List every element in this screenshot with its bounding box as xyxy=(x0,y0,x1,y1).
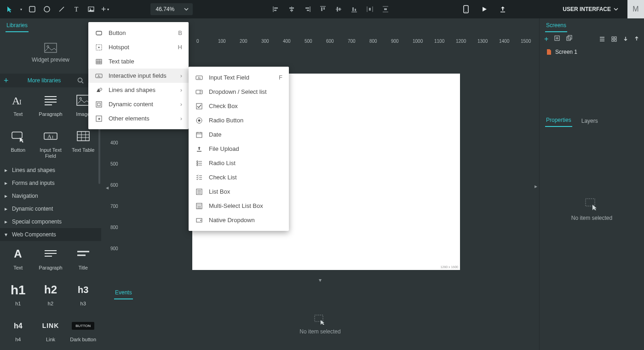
library-category[interactable]: ▸Forms and inputs xyxy=(0,177,101,189)
widget-button[interactable]: Button xyxy=(3,126,34,161)
svg-rect-29 xyxy=(384,8,387,10)
library-category[interactable]: ▸Special components xyxy=(0,215,101,228)
submenu-item[interactable]: Radio Button xyxy=(189,113,289,127)
submenu-item[interactable]: Radio List xyxy=(189,156,289,170)
sort-up-icon[interactable] xyxy=(634,36,639,42)
submenu-item[interactable]: Native Dropdown xyxy=(189,213,289,227)
widget-text[interactable]: AI Text xyxy=(3,90,34,124)
chevron-right-icon: ▸ xyxy=(5,206,9,212)
list-layout-icon[interactable] xyxy=(599,36,605,42)
wc-h4[interactable]: h4h4 xyxy=(3,316,34,350)
image-tool-icon[interactable] xyxy=(86,5,96,14)
collapse-left-icon[interactable]: ◂ xyxy=(105,183,109,192)
library-category[interactable]: ▸Dynamic content xyxy=(0,202,101,215)
libraries-tab[interactable]: Libraries xyxy=(0,18,101,32)
add-screen-icon[interactable]: + xyxy=(544,35,548,43)
menu-item[interactable]: Text table xyxy=(88,54,189,69)
align-left-icon[interactable] xyxy=(271,5,281,14)
chevron-right-icon: › xyxy=(180,101,182,108)
add-tool-icon[interactable]: +▾ xyxy=(101,5,109,14)
text-tool-icon[interactable]: T xyxy=(72,5,81,14)
submenu-item[interactable]: AIInput Text FieldF xyxy=(189,70,289,85)
svg-rect-17 xyxy=(323,7,325,10)
sort-down-icon[interactable] xyxy=(623,36,628,42)
wc-h1[interactable]: h1h1 xyxy=(3,280,34,314)
submenu-item[interactable]: Date xyxy=(189,127,289,142)
widget-text-table[interactable]: Text Table xyxy=(68,126,98,161)
wc-paragraph[interactable]: Paragraph xyxy=(35,244,66,278)
collapse-bottom-icon[interactable]: ▾ xyxy=(319,277,322,283)
svg-point-5 xyxy=(90,8,91,9)
selection-empty-icon xyxy=(314,315,326,325)
menu-item[interactable]: Dynamic content› xyxy=(88,97,189,111)
chevron-down-icon[interactable]: ▾ xyxy=(20,7,22,11)
grid-layout-icon[interactable] xyxy=(611,36,617,42)
wc-h3[interactable]: h3h3 xyxy=(68,280,98,314)
align-right-icon[interactable] xyxy=(303,5,312,14)
submenu-item[interactable]: Dropdown / Select list xyxy=(189,85,289,99)
pointer-tool-icon[interactable] xyxy=(6,5,15,14)
new-screen-icon[interactable] xyxy=(554,35,560,43)
duplicate-screen-icon[interactable] xyxy=(566,35,572,43)
device-preview-icon[interactable] xyxy=(461,5,471,14)
wc-title[interactable]: Title xyxy=(68,244,98,278)
library-category[interactable]: ▸Navigation xyxy=(0,189,101,202)
submenu-item[interactable]: Check Box xyxy=(189,99,289,113)
menu-item[interactable]: ★Other elements› xyxy=(88,111,189,126)
more-libraries-link[interactable]: More libraries xyxy=(15,77,74,84)
menu-item[interactable]: AIInteractive input fields› xyxy=(88,69,189,83)
workspace-dropdown[interactable]: USER INTERFACE xyxy=(563,6,618,12)
screen-file-icon xyxy=(546,49,552,55)
chevron-right-icon: › xyxy=(180,115,182,122)
wc-dark-button[interactable]: BUTTONDark button xyxy=(68,316,98,350)
align-center-v-icon[interactable] xyxy=(334,5,343,14)
submenu-item[interactable]: File Upload xyxy=(189,142,289,156)
widget-input-text-field[interactable]: AI Input Text Field xyxy=(35,126,66,161)
wc-h2[interactable]: h2h2 xyxy=(35,280,66,314)
align-bottom-icon[interactable] xyxy=(350,5,359,14)
collapse-right-icon[interactable]: ▸ xyxy=(535,183,537,189)
rectangle-tool-icon[interactable] xyxy=(28,5,37,14)
submenu-item[interactable]: Multi-Select List Box xyxy=(189,199,289,213)
ellipse-tool-icon[interactable] xyxy=(42,5,52,14)
svg-rect-78 xyxy=(586,199,595,206)
play-preview-icon[interactable] xyxy=(480,5,489,14)
chevron-down-icon: ▾ xyxy=(5,231,9,238)
svg-text:A: A xyxy=(47,133,52,140)
upload-share-icon[interactable] xyxy=(498,5,507,14)
menu-item[interactable]: ButtonB xyxy=(88,26,189,40)
wc-text[interactable]: A Text xyxy=(3,244,34,278)
events-tab[interactable]: Events xyxy=(108,287,533,299)
distribute-h-icon[interactable] xyxy=(365,5,374,14)
image-placeholder-icon xyxy=(44,43,57,53)
library-category[interactable]: ▸Lines and shapes xyxy=(0,164,101,177)
align-top-icon[interactable] xyxy=(318,5,328,14)
library-category[interactable]: ▾Web Components xyxy=(0,228,101,241)
screen-item[interactable]: Screen 1 xyxy=(540,46,644,58)
wc-link[interactable]: LINKLink xyxy=(35,316,66,350)
svg-point-81 xyxy=(98,46,100,48)
distribute-v-icon[interactable] xyxy=(381,5,390,14)
menu-item[interactable]: Lines and shapes› xyxy=(88,83,189,97)
svg-text:I: I xyxy=(52,135,53,139)
tab-layers[interactable]: Layers xyxy=(581,118,599,127)
menu-item[interactable]: HotspotH xyxy=(88,40,189,54)
ruler-tick: 500 xyxy=(305,39,312,44)
topbar-right-group: USER INTERFACE M xyxy=(461,0,644,18)
add-widget-menu: ButtonBHotspotHText tableAIInteractive i… xyxy=(88,22,189,129)
search-icon[interactable] xyxy=(77,77,86,84)
dropdown-icon xyxy=(195,88,203,96)
svg-text:★: ★ xyxy=(98,117,101,121)
tab-properties[interactable]: Properties xyxy=(545,117,572,127)
zoom-dropdown[interactable]: 46.74% xyxy=(150,3,193,15)
avatar[interactable]: M xyxy=(627,0,644,18)
add-library-icon[interactable]: + xyxy=(4,76,11,86)
screens-tab[interactable]: Screens xyxy=(540,18,644,32)
widget-paragraph[interactable]: Paragraph xyxy=(35,90,66,124)
align-center-h-icon[interactable] xyxy=(287,5,296,14)
submenu-item[interactable]: List Box xyxy=(189,184,289,199)
chevron-right-icon: ▸ xyxy=(5,218,9,225)
line-tool-icon[interactable] xyxy=(57,5,66,14)
submenu-item[interactable]: Check List xyxy=(189,170,289,184)
ruler-tick: 1200 xyxy=(456,39,466,44)
